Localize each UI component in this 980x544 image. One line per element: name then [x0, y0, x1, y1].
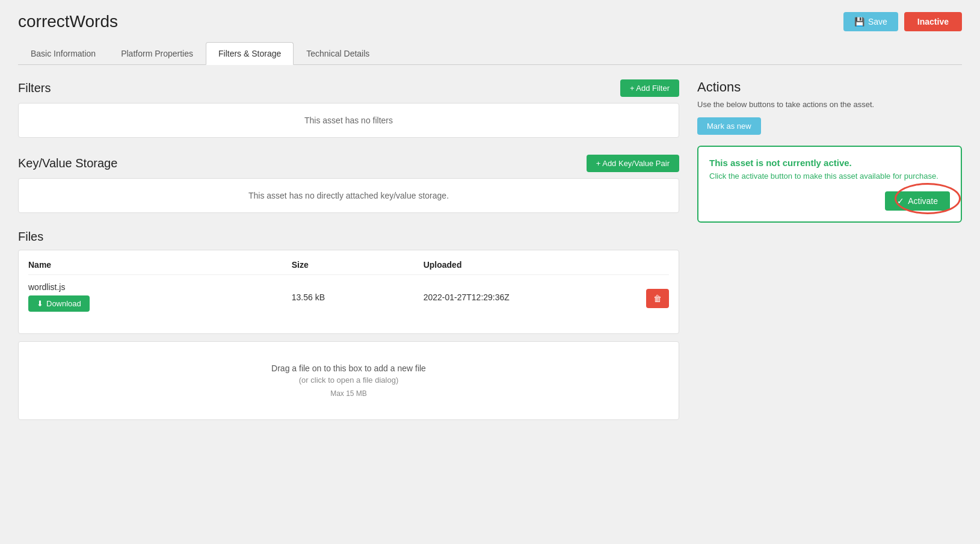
kv-storage-title: Key/Value Storage [18, 156, 117, 170]
header-actions: 💾 Save Inactive [843, 12, 962, 31]
app-title: correctWords [18, 12, 118, 31]
tab-basic-information[interactable]: Basic Information [18, 42, 108, 65]
activation-alert-body: Click the activate button to make this a… [709, 172, 950, 181]
trash-icon: 🗑 [653, 294, 662, 303]
main-content: Filters + Add Filter This asset has no f… [18, 79, 679, 431]
delete-file-button[interactable]: 🗑 [646, 289, 669, 308]
sidebar: Actions Use the below buttons to take ac… [697, 79, 962, 431]
tabs-row: Basic Information Platform Properties Fi… [18, 42, 962, 64]
inactive-button[interactable]: Inactive [904, 12, 962, 31]
kv-storage-empty-box: This asset has no directly attached key/… [18, 178, 679, 213]
dropzone-sub-text: (or click to open a file dialog) [31, 376, 667, 385]
actions-subtitle: Use the below buttons to take actions on… [697, 100, 962, 109]
dropzone-max-text: Max 15 MB [31, 389, 667, 398]
tab-filters-storage[interactable]: Filters & Storage [206, 42, 294, 65]
filters-section: Filters + Add Filter This asset has no f… [18, 79, 679, 138]
files-title: Files [18, 230, 679, 244]
file-uploaded: 2022-01-27T12:29:36Z [424, 292, 621, 302]
files-section: Files Name Size Uploaded wordlist.js ⬇ [18, 230, 679, 420]
file-drop-zone[interactable]: Drag a file on to this box to add a new … [18, 341, 679, 420]
files-table-header: Name Size Uploaded [28, 260, 669, 275]
save-button[interactable]: 💾 Save [843, 12, 898, 31]
file-size: 13.56 kB [292, 292, 424, 302]
mark-as-new-button[interactable]: Mark as new [697, 117, 761, 135]
tab-bar: Basic Information Platform Properties Fi… [18, 42, 962, 65]
add-kv-pair-button[interactable]: + Add Key/Value Pair [587, 155, 679, 172]
file-name: wordlist.js [28, 282, 292, 292]
files-table: Name Size Uploaded wordlist.js ⬇ Downloa… [18, 250, 679, 334]
add-filter-button[interactable]: + Add Filter [620, 79, 679, 97]
activate-button[interactable]: ✓ Activate [885, 191, 950, 211]
activation-box-footer: ✓ Activate [709, 191, 950, 211]
col-name: Name [28, 260, 292, 270]
col-uploaded: Uploaded [424, 260, 621, 270]
tab-technical-details[interactable]: Technical Details [294, 42, 382, 65]
file-actions: 🗑 [621, 286, 669, 308]
filters-empty-box: This asset has no filters [18, 103, 679, 138]
kv-storage-section: Key/Value Storage + Add Key/Value Pair T… [18, 155, 679, 213]
download-icon: ⬇ [37, 299, 43, 308]
activation-alert-title: This asset is not currently active. [709, 158, 950, 168]
actions-title: Actions [697, 79, 962, 95]
col-actions [621, 260, 669, 270]
activation-box: This asset is not currently active. Clic… [697, 146, 962, 223]
kv-storage-section-header: Key/Value Storage + Add Key/Value Pair [18, 155, 679, 172]
main-layout: Filters + Add Filter This asset has no f… [18, 79, 962, 431]
dropzone-main-text: Drag a file on to this box to add a new … [31, 363, 667, 373]
kv-storage-empty-message: This asset has no directly attached key/… [248, 191, 449, 200]
file-name-cell: wordlist.js ⬇ Download [28, 282, 292, 312]
filters-section-header: Filters + Add Filter [18, 79, 679, 97]
check-icon: ✓ [897, 196, 904, 206]
save-icon: 💾 [854, 17, 864, 26]
download-button[interactable]: ⬇ Download [28, 295, 90, 312]
page-header: correctWords 💾 Save Inactive [18, 12, 962, 31]
col-size: Size [292, 260, 424, 270]
table-row: wordlist.js ⬇ Download 13.56 kB 2022-01-… [28, 282, 669, 318]
filters-title: Filters [18, 81, 51, 95]
tab-platform-properties[interactable]: Platform Properties [108, 42, 206, 65]
filters-empty-message: This asset has no filters [304, 116, 393, 125]
